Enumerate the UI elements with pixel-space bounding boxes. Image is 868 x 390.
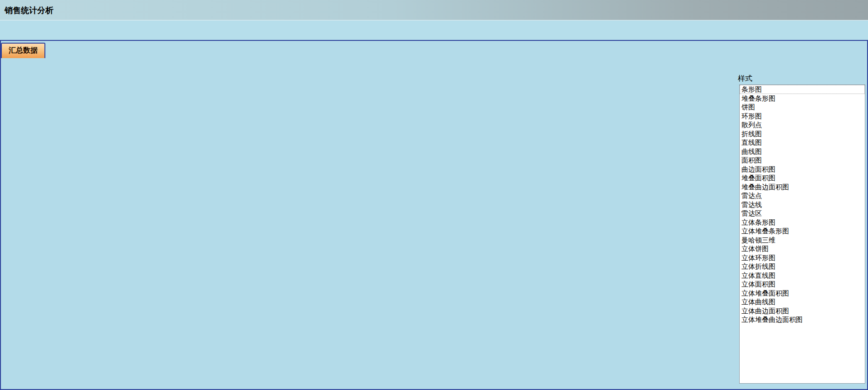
- style-list-item[interactable]: 面积图: [740, 156, 865, 165]
- style-list-item[interactable]: 饼图: [740, 103, 865, 112]
- chart-data-label: 9800: [493, 251, 514, 261]
- chart-data-label: 5156.16: [468, 251, 494, 261]
- table-cell: [407, 169, 434, 185]
- table-row[interactable]: 顺景软件（D）6740,252.7211,173.3829,079.3472.2…: [4, 185, 434, 200]
- row-header-cell: [4, 123, 18, 138]
- style-list-item[interactable]: 立体面积图: [740, 280, 865, 289]
- table-cell: 2,945,739.99: [132, 123, 200, 138]
- table-row[interactable]: 深圳顺景47,6792,945,739.991,879,375.471,066,…: [4, 123, 434, 138]
- chart-canvas: -2000000-1500000-1000000-500000050000010…: [437, 74, 729, 386]
- style-list-item[interactable]: 立体曲边面积图: [740, 306, 865, 316]
- table-cell: 4,203,769.20: [200, 262, 270, 277]
- style-list-item[interactable]: 堆叠条形图: [740, 94, 865, 103]
- style-list-item[interactable]: 条形图: [740, 85, 865, 94]
- table-row[interactable]: 武汉顺景2,0009,800.009,800.00100.00: [4, 92, 434, 108]
- svg-text:1000000: 1000000: [449, 216, 475, 224]
- table-row[interactable]: 东莞市顺景...6,9141,040,686.71477,195.28563,4…: [4, 247, 434, 262]
- horizontal-scrollbar[interactable]: ‹ ›: [1, 355, 433, 372]
- style-list-item[interactable]: 立体堆叠曲边面积图: [740, 315, 865, 324]
- table-row[interactable]: 顺景软件（C）6031,666.808,093.5123,573.2974.44: [4, 169, 434, 185]
- table-row[interactable]: 顺景软件165,760.00603.845,156.1689.51: [4, 77, 434, 92]
- style-list-item[interactable]: 立体环形图: [740, 253, 865, 262]
- style-list-item[interactable]: 雷达区: [740, 209, 865, 218]
- table-cell: 6,914: [80, 247, 132, 262]
- scroll-right-arrow[interactable]: ›: [416, 355, 433, 372]
- table-cell: 6: [80, 154, 132, 169]
- table-row[interactable]: 顺景软件（B）61,646.44-1,646.44: [4, 154, 434, 169]
- table-cell: [407, 123, 434, 138]
- style-list-item[interactable]: 立体饼图: [740, 244, 865, 253]
- tab-summary-data[interactable]: 汇总数据: [1, 43, 45, 58]
- style-list-item[interactable]: 直线图: [740, 138, 865, 147]
- table-cell: 69,195: [80, 262, 132, 277]
- style-list-item[interactable]: 曲边面积图: [740, 165, 865, 174]
- table-header-row: 客户名称数量销售额销售成本销售毛利毛利率%比重(: [4, 63, 434, 77]
- table-cell: 东莞市顺景...: [18, 247, 80, 262]
- table-cell: 9,800.00: [270, 92, 338, 108]
- table-cell: 越南顺景: [18, 231, 80, 247]
- chart-data-label: 66207.0538: [609, 251, 649, 261]
- style-list-item[interactable]: 曲线图: [740, 147, 865, 156]
- column-header-3[interactable]: 销售成本: [200, 63, 270, 77]
- table-cell: [407, 262, 434, 277]
- style-group-label: 样式: [736, 74, 754, 84]
- scrollbar-thumb[interactable]: [49, 355, 388, 372]
- column-header-2[interactable]: 销售额: [132, 63, 200, 77]
- table-cell: 4,391,868.11: [132, 262, 200, 277]
- svg-text:-1000000: -1000000: [446, 308, 475, 316]
- style-list-item[interactable]: 立体直线图: [740, 271, 865, 280]
- style-list-item[interactable]: 立体折线图: [740, 262, 865, 271]
- style-list-item[interactable]: 曼哈顿三维: [740, 236, 865, 245]
- table-cell: [407, 231, 434, 247]
- table-row[interactable]: 越南顺景797142,909.8976,702.8466,207.0546.32: [4, 231, 434, 247]
- table-cell: 顺景软件（C）: [18, 169, 80, 185]
- style-list-item[interactable]: 立体曲线图: [740, 297, 865, 306]
- table-cell: 603.84: [200, 77, 270, 92]
- table-cell: [407, 247, 434, 262]
- column-header-4[interactable]: 销售毛利: [270, 63, 338, 77]
- style-list-item[interactable]: 立体条形图: [740, 218, 865, 227]
- table-cell: [338, 154, 407, 169]
- svg-text:2500000: 2500000: [449, 148, 475, 155]
- style-list-item[interactable]: 散列点: [740, 120, 865, 129]
- style-list-item[interactable]: 环形图: [740, 112, 865, 121]
- table-cell: 74.44: [338, 169, 407, 185]
- style-list-item[interactable]: 立体堆叠面积图: [740, 289, 865, 298]
- style-list-item[interactable]: 堆叠曲边面积图: [740, 183, 865, 192]
- chart-panel: 销售统计分析 销售额销售毛利 -2000000-1500000-1000000-…: [437, 74, 729, 387]
- scroll-left-arrow[interactable]: ‹: [1, 355, 18, 372]
- table-cell: 5,156.16: [270, 77, 338, 92]
- table-cell: 顺景软件（E）: [18, 200, 80, 216]
- style-list-item[interactable]: 立体堆叠条形图: [740, 227, 865, 236]
- svg-text:-500000: -500000: [450, 285, 475, 293]
- table-cell: [132, 154, 200, 169]
- style-list-item[interactable]: 折线图: [740, 129, 865, 138]
- style-list-item[interactable]: 堆叠面积图: [740, 173, 865, 183]
- style-listbox[interactable]: 条形图堆叠条形图饼图环形图散列点折线图直线图曲线图面积图曲边面积图堆叠面积图堆叠…: [739, 84, 865, 384]
- table-cell: 44,744.12: [200, 216, 270, 231]
- period-input[interactable]: [584, 46, 723, 59]
- green-led-icon: [272, 67, 276, 74]
- table-row[interactable]: 陕西顺景376101,609.7444,744.1256,865.6255.96: [4, 216, 434, 231]
- column-header-0[interactable]: 客户名称: [18, 63, 80, 77]
- table-cell: 797: [80, 231, 132, 247]
- tabpage-highlight: [1, 58, 867, 59]
- column-header-5[interactable]: 毛利率%: [338, 63, 407, 77]
- table-total-row[interactable]: 69,1954,391,868.114,203,769.20188,098.91: [4, 262, 434, 277]
- table-cell: 10,253: [80, 108, 132, 123]
- table-row[interactable]: 顺景软件（A）50013,675.216,353.917,321.3053.53: [4, 138, 434, 154]
- row-header-cell: [4, 169, 18, 185]
- table-cell: [407, 108, 434, 123]
- style-list-item[interactable]: 雷达线: [740, 200, 865, 209]
- table-cell: 武汉顺景: [18, 92, 80, 108]
- table-row[interactable]: 杭州顺景10,253401.231,672,749.51-1,672,348.2…: [4, 108, 434, 123]
- y-axis-labels: -2000000-1500000-1000000-500000050000010…: [446, 124, 475, 361]
- column-header-1[interactable]: 数量: [80, 63, 132, 77]
- table-cell: 1,672,749.51: [200, 108, 270, 123]
- table-cell: [407, 138, 434, 154]
- table-row[interactable]: 顺景软件（E）52759,365.8225,130.9034,234.9257.…: [4, 200, 434, 216]
- table-cell: 顺景软件: [18, 77, 80, 92]
- style-list-item[interactable]: 雷达点: [740, 191, 865, 200]
- svg-text:3000000: 3000000: [449, 124, 475, 132]
- column-header-6[interactable]: 比重(: [407, 63, 434, 77]
